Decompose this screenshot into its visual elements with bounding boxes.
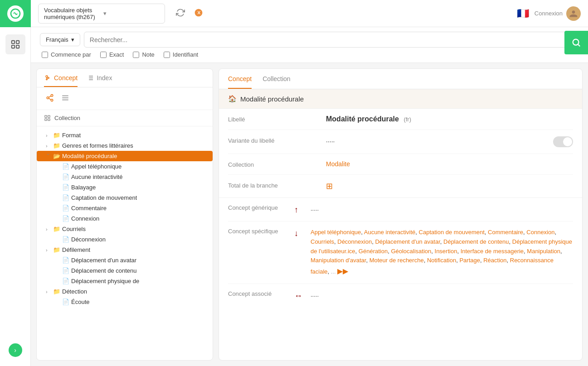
relation-link-text[interactable]: Appel téléphonique (311, 229, 361, 236)
concept-specifique-value: Appel téléphonique, Aucune interactivité… (311, 228, 573, 277)
up-arrow-icon: ↑ (294, 205, 303, 215)
doc-icon: 📄 (62, 236, 69, 243)
folder-icon: 📁 (53, 288, 60, 295)
collection-section-label: Collection (54, 115, 80, 121)
tree-item-genres[interactable]: › 📁 Genres et formes littéraires (37, 140, 213, 151)
tree-item-appel[interactable]: › 📄 Appel téléphonique (37, 161, 213, 172)
tree-item-commentaire[interactable]: › 📄 Commentaire (37, 203, 213, 213)
tree-item-defilement[interactable]: › 📁 Défilement (37, 245, 213, 255)
svg-line-22 (49, 96, 51, 97)
chevron-icon: › (46, 289, 51, 294)
tree-item-deplacement-physique[interactable]: › 📄 Déplacement physique de (37, 276, 213, 286)
relation-link-text[interactable]: Partage (459, 257, 480, 264)
tree-item-courriels[interactable]: › 📁 Courriels (37, 224, 213, 234)
refresh-button[interactable] (174, 6, 187, 20)
detail-section: Libellé Modalité procédurale (fr) Varian… (219, 109, 582, 198)
svg-rect-28 (48, 116, 50, 117)
concept-associe-label: Concept associé (228, 290, 287, 297)
relation-link-text[interactable]: Déplacement d'un avatar (375, 238, 440, 245)
menu-button[interactable] (59, 92, 71, 105)
relation-link-text[interactable]: Réaction (483, 257, 506, 264)
tree-item-modalite[interactable]: › 📂 Modalité procédurale (37, 151, 213, 161)
lang-badge: (fr) (403, 116, 411, 123)
relation-link-text[interactable]: Génération (359, 248, 388, 255)
filter-note[interactable]: Note (133, 51, 154, 58)
user-avatar[interactable] (566, 6, 581, 21)
filter-exact[interactable]: Exact (100, 51, 124, 58)
libelle-row: Libellé Modalité procédurale (fr) (228, 109, 573, 130)
relation-link-text[interactable]: Connexion (526, 229, 554, 236)
tree-item-label: Déplacement d'un avatar (71, 257, 136, 264)
relation-link-text[interactable]: Notification (427, 257, 456, 264)
relation-link-text[interactable]: Manipulation d'avatar (311, 257, 366, 264)
sidebar-toggle-button[interactable]: › (9, 343, 22, 357)
relation-link-text[interactable]: Déplacement de contenu (443, 238, 509, 245)
tree-item-label: Déconnexion (71, 236, 106, 243)
right-panel-tabs: Concept Collection (219, 69, 582, 89)
share-button[interactable] (44, 92, 56, 105)
tree-item-aucune[interactable]: › 📄 Aucune interactivité (37, 172, 213, 182)
content-area: Concept Index (31, 63, 588, 366)
tree-item-ecoute[interactable]: › 📄 Écoute (37, 297, 213, 307)
connexion-area: Connexion (535, 6, 581, 21)
tree-item-balayage[interactable]: › 📄 Balayage (37, 182, 213, 193)
tree-item-label: Déplacement physique de (71, 278, 139, 284)
logo-area[interactable] (0, 0, 31, 27)
note-checkbox[interactable] (133, 52, 139, 58)
svg-rect-4 (16, 45, 19, 48)
relation-link-text[interactable]: Déconnexion (337, 238, 372, 245)
tree-item-detection[interactable]: › 📁 Détection (37, 286, 213, 297)
relation-link-text[interactable]: Aucune interactivité (364, 229, 415, 236)
upload-button[interactable] (192, 6, 205, 20)
tab-index[interactable]: Index (87, 74, 112, 87)
tree-item-connexion[interactable]: › 📄 Connexion (37, 213, 213, 224)
right-tab-collection-label: Collection (262, 75, 290, 82)
svg-point-19 (47, 97, 49, 99)
vocab-selector-label: Vocabulaire objets numériques (th267) (44, 7, 100, 20)
tree-item-label: Balayage (71, 184, 96, 191)
tree-item-format[interactable]: › 📁 Format (37, 130, 213, 140)
bidirectional-arrow-icon: ↔ (294, 291, 303, 301)
search-float-button[interactable] (564, 31, 588, 54)
total-label: Total de la branche (228, 181, 319, 189)
concept-header-title: Modalité procédurale (240, 95, 304, 103)
tree-item-deplacement-avatar[interactable]: › 📄 Déplacement d'un avatar (37, 255, 213, 265)
right-tab-concept[interactable]: Concept (228, 69, 252, 89)
relation-more-text: ... (331, 268, 336, 275)
more-arrow-icon[interactable]: ▶▶ (337, 267, 348, 275)
svg-rect-26 (45, 116, 47, 117)
sidebar-item-tree[interactable] (5, 34, 25, 54)
toggle-switch[interactable] (553, 136, 573, 147)
tree-item-deplacement-contenu[interactable]: › 📄 Déplacement de contenu (37, 265, 213, 276)
collection-value[interactable]: Modalite (326, 160, 573, 168)
relation-link-text[interactable]: Moteur de recherche (369, 257, 424, 264)
language-selector[interactable]: Français ▾ (40, 33, 80, 46)
svg-rect-2 (16, 41, 19, 43)
home-icon: 🏠 (228, 95, 237, 103)
identifiant-checkbox[interactable] (164, 52, 170, 58)
relation-link-text[interactable]: Géolocalisation (391, 248, 431, 255)
relation-link-text[interactable]: Commentaire (488, 229, 523, 236)
filter-commence-par[interactable]: Commence par (42, 51, 91, 58)
relation-link-text[interactable]: Interface de messagerie (461, 248, 524, 255)
top-bar: Vocabulaire objets numériques (th267) ▾ (31, 0, 588, 27)
tab-concept[interactable]: Concept (44, 74, 78, 87)
doc-icon: 📄 (62, 215, 69, 222)
libelle-label: Libellé (228, 115, 319, 123)
search-input[interactable] (90, 36, 565, 43)
connexion-label: Connexion (535, 10, 563, 17)
concept-generique-value: ..... (311, 204, 573, 214)
relation-link-text[interactable]: Manipulation (527, 248, 560, 255)
vocab-selector[interactable]: Vocabulaire objets numériques (th267) ▾ (38, 4, 165, 24)
relation-link-text[interactable]: Captation de mouvement (419, 229, 485, 236)
relation-link-text[interactable]: Insertion (435, 248, 457, 255)
right-tab-collection[interactable]: Collection (262, 69, 290, 89)
relation-link-text[interactable]: Courriels (311, 238, 334, 245)
concept-associe-row: Concept associé ↔ ..... (228, 284, 573, 307)
tree-container: › 📁 Format › 📁 Genres et formes littérai… (37, 126, 213, 360)
commence-par-checkbox[interactable] (42, 52, 48, 58)
filter-identifiant[interactable]: Identifiant (164, 51, 198, 58)
exact-checkbox[interactable] (100, 52, 107, 58)
tree-item-deconnexion[interactable]: › 📄 Déconnexion (37, 234, 213, 245)
tree-item-captation[interactable]: › 📄 Captation de mouvement (37, 193, 213, 203)
